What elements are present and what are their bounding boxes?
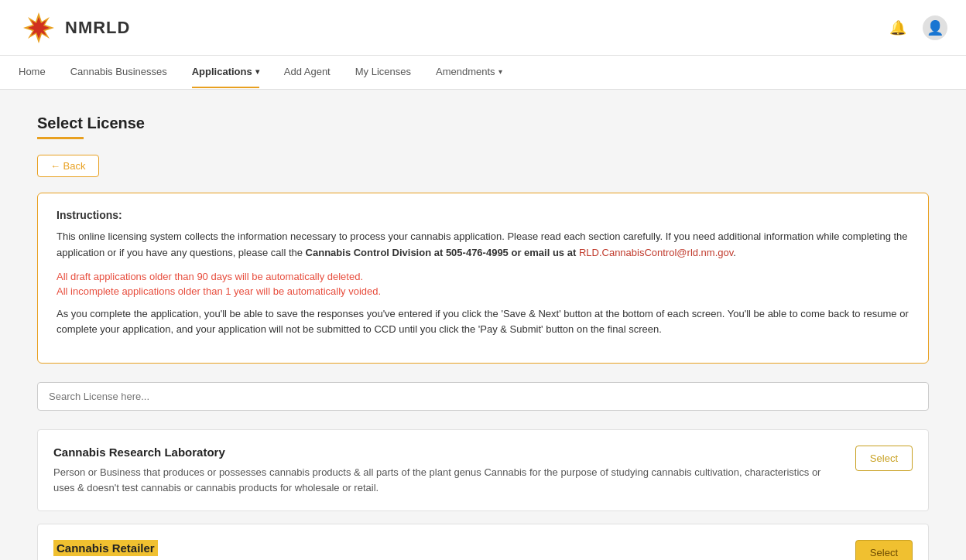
nav-applications[interactable]: Applications ▾: [192, 56, 259, 88]
title-underline: [37, 137, 84, 139]
back-button[interactable]: ← Back: [37, 155, 99, 177]
user-icon[interactable]: 👤: [923, 15, 947, 40]
license-title-0: Cannabis Research Laboratory: [53, 446, 843, 459]
svg-marker-1: [28, 17, 50, 39]
nav-amendments[interactable]: Amendments ▾: [436, 56, 502, 88]
logo-icon: [19, 8, 59, 48]
warning1: All draft applications older than 90 day…: [57, 271, 909, 282]
instructions-body1: This online licensing system collects th…: [57, 229, 909, 261]
select-button-1[interactable]: Select: [855, 540, 913, 560]
page-title: Select License: [37, 114, 929, 132]
main-content: Select License ← Back Instructions: This…: [19, 90, 947, 560]
instructions-body2: As you complete the application, you'll …: [57, 306, 909, 339]
notification-icon[interactable]: 🔔: [886, 15, 910, 40]
logo-area: NMRLD: [19, 8, 130, 48]
license-info-0: Cannabis Research Laboratory Person or B…: [53, 446, 843, 495]
email-link[interactable]: RLD.CannabisControl@rld.nm.gov: [579, 247, 733, 258]
nav-my-licenses[interactable]: My Licenses: [355, 56, 411, 88]
instructions-title: Instructions:: [57, 209, 909, 221]
license-list: Cannabis Research Laboratory Person or B…: [37, 429, 929, 560]
nav-home[interactable]: Home: [19, 56, 46, 88]
select-button-0[interactable]: Select: [855, 446, 913, 471]
license-desc-0: Person or Business that produces or poss…: [53, 465, 843, 495]
header-icons: 🔔 👤: [886, 15, 947, 40]
search-input[interactable]: [37, 382, 929, 411]
license-title-1: Cannabis Retailer: [53, 540, 158, 556]
license-item: Cannabis Research Laboratory Person or B…: [37, 429, 929, 511]
amendments-chevron-icon: ▾: [498, 67, 502, 76]
applications-chevron-icon: ▾: [255, 67, 259, 76]
warning2: All incomplete applications older than 1…: [57, 285, 909, 297]
nav-add-agent[interactable]: Add Agent: [284, 56, 331, 88]
license-info-1: Cannabis Retailer A person or business a…: [53, 540, 843, 560]
main-nav: Home Cannabis Businesses Applications ▾ …: [0, 56, 966, 90]
header: NMRLD 🔔 👤: [0, 0, 966, 56]
nav-cannabis-businesses[interactable]: Cannabis Businesses: [70, 56, 167, 88]
license-item: Cannabis Retailer A person or business a…: [37, 524, 929, 560]
instructions-box: Instructions: This online licensing syst…: [37, 193, 929, 364]
logo-text: NMRLD: [65, 18, 130, 38]
